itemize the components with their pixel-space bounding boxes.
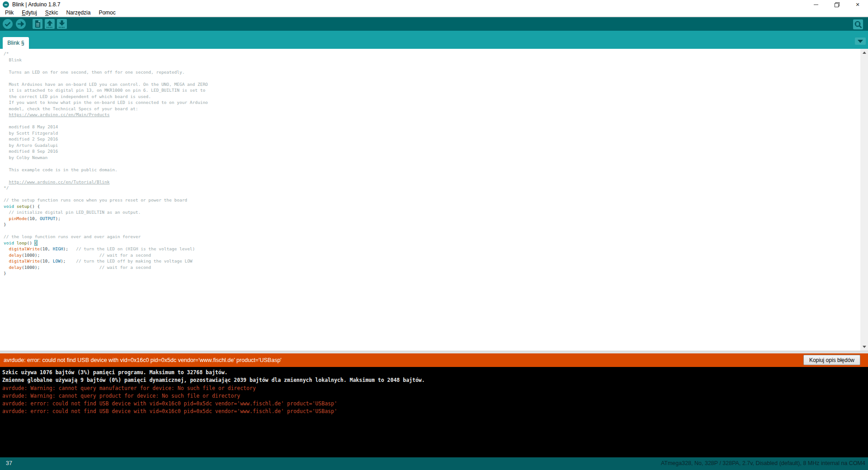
code-token: If you want to know what pin the on-boar… [4, 100, 208, 105]
code-line: // the loop function runs over and over … [4, 234, 859, 240]
code-line: delay(1000); // wait for a second [4, 264, 859, 271]
scroll-up-button[interactable] [860, 49, 868, 56]
code-line: Blink [4, 57, 859, 63]
status-bar: 37 ATmega328, No, 328P / 328PA, 2.7v, Di… [0, 457, 868, 470]
window-title: Blink | Arduino 1.8.7 [12, 1, 61, 8]
code-token: // wait for a second [99, 265, 151, 270]
code-line: Turns an LED on for one second, then off… [4, 69, 859, 75]
code-line: modified 8 Sep 2016 [4, 148, 859, 155]
console-output: Szkic używa 1076 bajtów (3%) pamięci pro… [0, 367, 868, 457]
code-area[interactable]: /* Blink Turns an LED on for one second,… [4, 51, 859, 277]
code-token: setup [17, 204, 30, 209]
code-token: // initialize digital pin LED_BUILTIN as… [4, 210, 141, 215]
serial-monitor-button[interactable] [853, 19, 863, 29]
code-token: by Arturo Guadalupi [4, 143, 58, 148]
code-line: pinMode(10, OUTPUT); [4, 216, 859, 222]
code-token: (10, [27, 216, 40, 221]
code-line: } [4, 221, 859, 228]
code-line: // initialize digital pin LED_BUILTIN as… [4, 209, 859, 216]
scroll-up-icon [863, 52, 866, 54]
new-sketch-button[interactable] [33, 19, 42, 29]
toolbar [0, 16, 868, 31]
code-token [4, 258, 9, 263]
code-token: This example code is in the public domai… [4, 167, 118, 172]
code-line [4, 118, 859, 124]
upload-button[interactable] [15, 19, 26, 29]
console-line-error: avrdude: error: could not find USB devic… [2, 408, 868, 415]
code-token [4, 265, 9, 270]
code-editor[interactable]: /* Blink Turns an LED on for one second,… [0, 49, 868, 351]
arduino-ide-window: { "window": { "title": "Blink | Arduino … [0, 0, 868, 470]
close-button[interactable]: ✕ [847, 0, 868, 9]
code-line: it is attached to digital pin 13, on MKR… [4, 87, 859, 94]
restore-button[interactable] [826, 0, 847, 9]
open-button[interactable] [45, 19, 55, 29]
code-line: void loop() { [4, 240, 859, 246]
code-token: modified 8 Sep 2016 [4, 149, 58, 154]
code-token: } [4, 271, 6, 276]
code-token: (1000); [22, 253, 99, 258]
code-token: OUTPUT [40, 216, 55, 221]
code-token [4, 179, 9, 184]
tab-strip: Blink § [0, 31, 868, 49]
code-line: https://www.arduino.cc/en/Main/Products [4, 112, 859, 118]
code-line: by Scott Fitzgerald [4, 130, 859, 136]
menu-item-narzdzia[interactable]: Narzędzia [62, 9, 94, 16]
code-token: // turn the LED off by making the voltag… [76, 258, 192, 263]
code-token: // the loop function runs over and over … [4, 234, 141, 239]
verify-button[interactable] [2, 19, 13, 29]
code-token: { [35, 240, 38, 245]
scroll-down-button[interactable] [860, 343, 868, 351]
code-token: */ [4, 185, 9, 190]
code-token: // wait for a second [99, 253, 151, 258]
code-line [4, 75, 859, 81]
console-line-info: Szkic używa 1076 bajtów (3%) pamięci pro… [2, 369, 868, 376]
editor-scrollbar[interactable] [860, 49, 868, 351]
code-token: pinMode [9, 216, 27, 221]
code-token: void [4, 204, 14, 209]
restore-icon [835, 2, 840, 7]
code-line: modified 8 May 2014 [4, 124, 859, 130]
code-token: it is attached to digital pin 13, on MKR… [4, 88, 205, 93]
serial-monitor-icon [853, 19, 863, 29]
copy-error-button[interactable]: Kopiuj opis błędów [803, 355, 860, 365]
tab-blink[interactable]: Blink § [3, 37, 29, 49]
code-token: } [4, 222, 6, 227]
code-token: (10, [40, 258, 53, 263]
code-line: /* [4, 51, 859, 57]
verify-icon [2, 19, 13, 29]
code-token: ); [63, 246, 76, 251]
code-token: HIGH [53, 246, 63, 251]
code-token: by Scott Fitzgerald [4, 131, 58, 136]
save-button[interactable] [57, 19, 67, 29]
code-token: Blink [4, 57, 22, 62]
code-token: Most Arduinos have an on-board LED you c… [4, 82, 208, 87]
tab-label: Blink § [7, 40, 24, 46]
code-token: modified 2 Sep 2016 [4, 136, 58, 141]
menu-item-szkic[interactable]: Szkic [41, 9, 62, 16]
code-line: } [4, 270, 859, 277]
menu-item-edytuj[interactable]: Edytuj [18, 9, 41, 16]
console-line-info: Zmienne globalne używają 9 bajtów (0%) p… [2, 376, 868, 384]
code-line: http://www.arduino.cc/en/Tutorial/Blink [4, 179, 859, 185]
minimize-button[interactable] [806, 0, 826, 9]
code-token [4, 246, 9, 251]
code-line: // the setup function runs once when you… [4, 197, 859, 203]
code-token: ); [55, 216, 60, 221]
code-link: https://www.arduino.cc/en/Main/Products [9, 112, 109, 117]
code-token: delay [9, 253, 22, 258]
menu-item-pomoc[interactable]: Pomoc [94, 9, 119, 16]
code-token: modified 8 May 2014 [4, 124, 58, 129]
menu-item-plik[interactable]: Plik [1, 9, 18, 16]
code-token [4, 216, 9, 221]
code-token: LOW [53, 258, 61, 263]
code-line: Most Arduinos have an on-board LED you c… [4, 81, 859, 88]
new-sketch-icon [33, 19, 42, 29]
code-line: by Arturo Guadalupi [4, 142, 859, 149]
code-line [4, 160, 859, 167]
title-bar: ∞ Blink | Arduino 1.8.7 ✕ [0, 0, 868, 9]
code-token [4, 253, 9, 258]
code-token: by Colby Newman [4, 155, 47, 160]
caret-line-number: 37 [6, 460, 12, 466]
tab-menu-button[interactable] [855, 38, 866, 45]
